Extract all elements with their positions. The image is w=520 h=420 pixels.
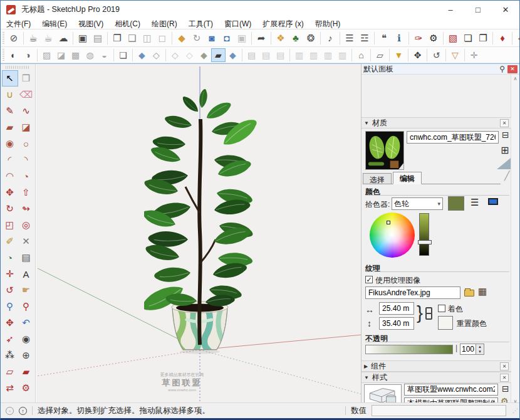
tray-title-bar[interactable]: 默认面板 ⚲ ✕ xyxy=(361,64,519,75)
minimize-button[interactable]: – xyxy=(437,1,464,18)
opacity-slider-handle[interactable]: | xyxy=(455,344,457,352)
3d-text-tool[interactable]: A xyxy=(18,266,34,282)
menu-item-3[interactable]: 视图(V) xyxy=(73,18,109,29)
push-down-icon[interactable]: ▼ xyxy=(392,48,406,62)
potted-plant-model[interactable] xyxy=(144,81,257,357)
menu-item-5[interactable]: 绘图(R) xyxy=(146,18,183,29)
toolbar-grip[interactable] xyxy=(3,32,4,45)
xray-icon[interactable]: ▨ xyxy=(39,48,54,62)
new-window-icon[interactable]: ❐ xyxy=(110,31,125,46)
sound-icon[interactable]: ♪ xyxy=(323,31,338,46)
select-tool[interactable]: ↖ xyxy=(2,70,18,87)
component-edit-icon[interactable]: ❏ xyxy=(460,31,476,46)
text-tool[interactable]: ▤ xyxy=(18,249,34,266)
diamond-icon[interactable]: ♦ xyxy=(495,31,510,46)
use-texture-checkbox[interactable]: ✓ xyxy=(365,276,373,283)
section-arrows-tool[interactable]: ⇄ xyxy=(2,380,18,396)
resize-grip-icon[interactable]: ⋰ xyxy=(512,407,518,414)
pie-tool[interactable]: ◔ xyxy=(18,168,34,184)
materials-close-icon[interactable]: ✕ xyxy=(500,119,509,127)
window-lock-icon[interactable]: ◻ xyxy=(155,31,170,46)
style-textured-icon[interactable]: ▰ xyxy=(211,48,226,62)
teapot-icon[interactable]: ☕ xyxy=(26,31,41,46)
two-point-arc-tool[interactable]: ◝ xyxy=(18,152,34,168)
compass-icon[interactable]: ✥ xyxy=(410,48,425,62)
opacity-value-input[interactable] xyxy=(460,344,476,355)
rotated-rectangle-tool[interactable]: ◪ xyxy=(18,119,34,135)
browse-texture-folder-icon[interactable] xyxy=(464,290,474,297)
section-plane-tool[interactable]: ▱ xyxy=(2,364,18,380)
edit-texture-icon[interactable]: ▦ xyxy=(478,286,487,297)
circle-tool[interactable]: ◉ xyxy=(2,135,18,152)
secondary-pane-icon[interactable]: ⊟ xyxy=(502,130,509,140)
window-cloud-icon[interactable]: ◫ xyxy=(140,31,155,46)
paintbrush-icon[interactable]: ✑ xyxy=(411,31,426,46)
orbit-tool[interactable]: ↺ xyxy=(2,282,18,298)
instructor-icon[interactable]: ℹ xyxy=(392,31,407,46)
export-web-icon[interactable]: ▤ xyxy=(273,48,288,62)
texture-height-input[interactable] xyxy=(379,317,414,330)
walk-tool[interactable]: ⁂ xyxy=(2,347,18,364)
window-model-icon[interactable]: ❑ xyxy=(125,31,140,46)
material-name-input[interactable] xyxy=(407,131,499,144)
model-viewport[interactable]: 更多精品素材尽在官网 草图联盟 www.cnwhc.com xyxy=(36,64,362,405)
palette-grip[interactable] xyxy=(6,66,30,69)
spin-up-icon[interactable]: ▲ xyxy=(476,344,484,349)
maximize-button[interactable]: □ xyxy=(464,1,492,18)
selection-dashed-icon[interactable]: ▧ xyxy=(445,31,460,46)
section-gear-tool[interactable]: ⚙ xyxy=(18,380,34,396)
menu-item-2[interactable]: 编辑(E) xyxy=(36,18,73,29)
paint-bucket-tool[interactable]: ∪ xyxy=(2,87,18,103)
match-model-color-icon[interactable]: ☰ xyxy=(471,197,479,208)
texture-file-input[interactable] xyxy=(365,286,460,299)
zoom-tool[interactable]: ⚲ xyxy=(2,298,18,315)
dimension-tool[interactable]: ◔ xyxy=(2,249,18,266)
house-icon[interactable]: ⌂ xyxy=(354,48,368,62)
scale-tool[interactable]: ◰ xyxy=(2,217,18,233)
colorize-checkbox[interactable] xyxy=(438,305,445,312)
rotate-tool[interactable]: ↻ xyxy=(2,201,18,217)
tile-white-icon[interactable]: ◇ xyxy=(149,48,164,62)
three-point-arc-tool[interactable]: ◠ xyxy=(2,168,18,184)
match-screen-color-icon[interactable] xyxy=(488,198,498,205)
value-slider-handle[interactable] xyxy=(418,240,432,244)
axes-target-icon[interactable]: ✛ xyxy=(467,48,481,62)
style-shaded-icon[interactable]: ◆ xyxy=(197,48,211,62)
components-close-icon[interactable]: ✕ xyxy=(500,362,509,370)
image-frame-icon[interactable]: ▤ xyxy=(90,31,105,46)
component-tool[interactable]: ❒ xyxy=(18,70,34,87)
menu-item-9[interactable]: 帮助(H) xyxy=(309,18,346,29)
sliders-icon[interactable]: ☰ xyxy=(342,31,357,46)
tree-icon[interactable]: ♣ xyxy=(288,31,303,46)
cloud-icon[interactable]: ☁ xyxy=(56,31,71,46)
materials-section-header[interactable]: ▼ 材质 ✕ xyxy=(361,117,511,129)
tab-edit[interactable]: 编辑 xyxy=(393,172,422,184)
pin-icon[interactable]: ⚲ xyxy=(499,65,505,73)
monochrome-icon[interactable]: ◒ xyxy=(97,48,112,62)
menu-item-7[interactable]: 窗口(W) xyxy=(219,18,257,29)
color-picker-combo[interactable]: 色轮 ▾ xyxy=(392,197,443,210)
layout-a-icon[interactable]: ▥ xyxy=(292,48,306,62)
polygon-tool[interactable]: ○ xyxy=(18,135,34,152)
color-wheel[interactable] xyxy=(370,213,415,258)
style-hidden-icon[interactable]: ◇ xyxy=(182,48,197,62)
wireframe-icon[interactable]: ▩ xyxy=(68,48,83,62)
arc-tool[interactable]: ◜ xyxy=(2,152,18,168)
menu-item-4[interactable]: 相机(C) xyxy=(109,18,146,29)
create-material-icon[interactable]: ⊞ xyxy=(501,144,509,156)
pan-tool[interactable]: ☛ xyxy=(18,282,34,298)
reset-color-swatch[interactable] xyxy=(438,316,453,330)
warehouse-icon[interactable]: ◆ xyxy=(174,31,189,46)
add-location-icon[interactable]: ❖ xyxy=(273,31,288,46)
protractor-tool[interactable]: ✕ xyxy=(18,233,34,249)
export-image-icon[interactable]: ▤ xyxy=(244,48,259,62)
sliders-alt-icon[interactable]: ☲ xyxy=(357,31,372,46)
texture-width-input[interactable] xyxy=(379,302,414,315)
camera-export-icon[interactable]: ◙ xyxy=(204,31,219,46)
share-icon[interactable]: ➦ xyxy=(254,31,269,46)
style-mono-icon[interactable]: ◆ xyxy=(226,48,240,62)
tile-blue-icon[interactable]: ◆ xyxy=(135,48,149,62)
camera-gray-icon[interactable]: ▣ xyxy=(234,31,249,46)
menu-item-6[interactable]: 工具(T) xyxy=(183,18,219,29)
layout-save-icon[interactable]: ▥ xyxy=(321,48,335,62)
